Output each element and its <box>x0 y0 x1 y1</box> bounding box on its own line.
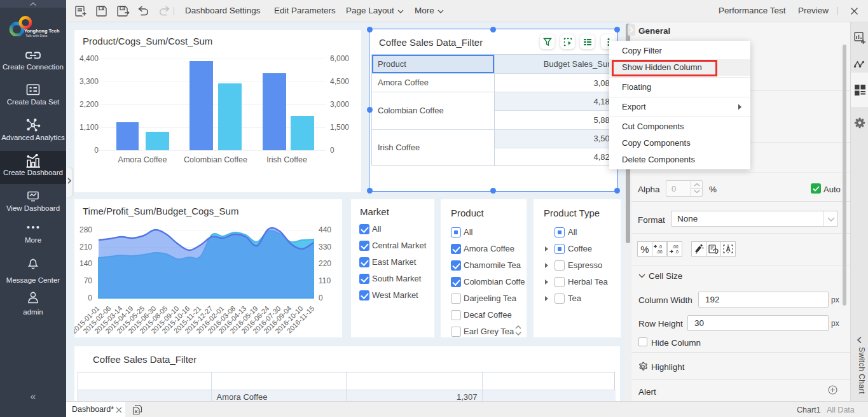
svg-text:.0: .0 <box>675 250 679 254</box>
svg-text:.00: .00 <box>672 244 679 249</box>
svg-text:.00: .00 <box>656 250 663 254</box>
svg-text:.0: .0 <box>658 244 662 249</box>
svg-text:A: A <box>726 246 731 253</box>
